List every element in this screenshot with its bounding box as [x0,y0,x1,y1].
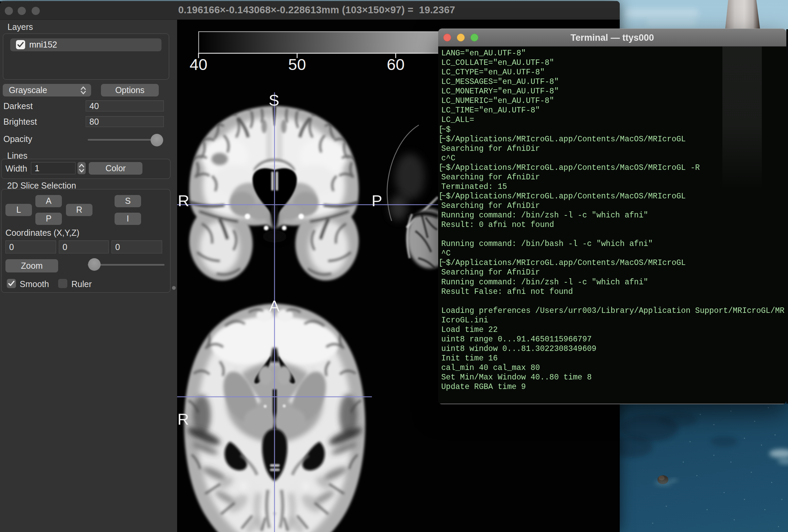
svg-text:P: P [372,192,382,210]
svg-text:R: R [178,192,189,210]
svg-text:S: S [269,91,279,109]
svg-text:R: R [177,410,189,428]
svg-text:50: 50 [288,55,306,73]
svg-text:60: 60 [387,55,405,73]
svg-text:A: A [269,297,280,315]
svg-text:40: 40 [190,55,207,73]
